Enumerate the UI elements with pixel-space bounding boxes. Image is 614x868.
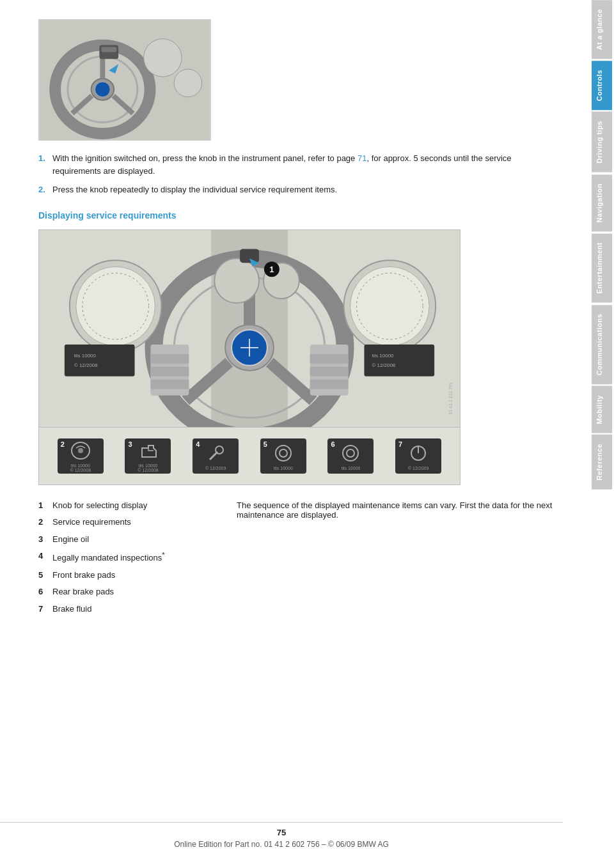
item-num-1: 1 — [38, 499, 52, 512]
right-description: The sequence of the displayed maintenanc… — [237, 499, 556, 620]
step-1-text: With the ignition switched on, press the… — [52, 152, 556, 177]
svg-point-8 — [144, 39, 182, 77]
sidebar-tab-driving-tips[interactable]: Driving tips — [592, 112, 612, 173]
svg-rect-38 — [150, 366, 189, 376]
sidebar-tab-communications[interactable]: Communications — [592, 305, 612, 384]
svg-point-9 — [174, 69, 202, 97]
list-item-1: 1 Knob for selecting display — [38, 499, 217, 512]
list-item-6: 6 Rear brake pads — [38, 585, 217, 598]
svg-text:1: 1 — [269, 265, 274, 274]
main-content: 1. With the ignition switched on, press … — [0, 0, 588, 868]
item-num-5: 5 — [38, 569, 52, 582]
item-list: 1 Knob for selecting display 2 Service r… — [38, 499, 217, 616]
svg-text:© 12/2008: © 12/2008 — [372, 362, 395, 368]
item-num-4: 4 — [38, 550, 52, 564]
item-label-1: Knob for selecting display — [52, 499, 147, 512]
step-1-number: 1. — [38, 152, 52, 177]
items-strip: 2 tils 10000© 12/2008 3 tils 10000© 12/2… — [38, 428, 460, 485]
list-item-2: 2 Service requirements — [38, 516, 217, 529]
item-label-6: Rear brake pads — [52, 585, 114, 598]
svg-point-25 — [76, 267, 155, 346]
list-item-4: 4 Legally mandated inspections* — [38, 550, 217, 564]
page-number: 75 — [0, 828, 563, 837]
step-2: 2. Press the knob repeatedly to display … — [38, 183, 556, 196]
sidebar-tab-controls[interactable]: Controls — [592, 61, 612, 110]
item-num-6: 6 — [38, 585, 52, 598]
list-item-7: 7 Brake fluid — [38, 603, 217, 616]
svg-rect-42 — [310, 366, 349, 376]
sidebar-tab-mobility[interactable]: Mobility — [592, 386, 612, 433]
right-description-text: The sequence of the displayed maintenanc… — [237, 500, 556, 520]
svg-point-28 — [350, 267, 430, 346]
svg-point-53 — [216, 446, 223, 454]
step-2-text: Press the knob repeatedly to display the… — [52, 183, 556, 196]
strip-item-6: 6 tils 10000 — [327, 438, 374, 474]
svg-point-57 — [347, 449, 354, 457]
list-item-5: 5 Front brake pads — [38, 569, 217, 582]
item-num-3: 3 — [38, 533, 52, 546]
item-label-4: Legally mandated inspections* — [52, 550, 165, 564]
strip-item-4: 4 © 12/2009 — [193, 438, 239, 474]
page-footer: 75 Online Edition for Part no. 01 41 2 6… — [0, 822, 563, 849]
svg-point-55 — [279, 449, 287, 457]
strip-item-7: 7 © 12/2009 — [395, 438, 441, 474]
footer-text: Online Edition for Part no. 01 41 2 602 … — [174, 840, 389, 849]
svg-point-4 — [95, 82, 110, 97]
steps-list: 1. With the ignition switched on, press … — [38, 152, 556, 196]
svg-rect-39 — [150, 379, 189, 389]
top-steering-image — [38, 19, 211, 141]
step-1: 1. With the ignition switched on, press … — [38, 152, 556, 177]
sidebar-tab-navigation[interactable]: Navigation — [592, 174, 612, 231]
svg-rect-41 — [310, 353, 349, 363]
sidebar-tab-at-a-glance[interactable]: At a glance — [592, 0, 612, 59]
svg-text:tils   10000: tils 10000 — [74, 352, 97, 358]
svg-rect-32 — [240, 249, 259, 263]
dashboard-image: 1 tils 10000 © 12/2008 tils 10000 © 12/2… — [38, 229, 460, 428]
svg-rect-47 — [364, 344, 434, 376]
svg-point-56 — [343, 446, 358, 461]
strip-item-3: 3 tils 10000© 12/2008 — [125, 438, 171, 474]
item-label-5: Front brake pads — [52, 569, 115, 582]
step-2-number: 2. — [38, 183, 52, 196]
item-num-7: 7 — [38, 603, 52, 616]
sidebar-tab-entertainment[interactable]: Entertainment — [592, 233, 612, 302]
svg-point-54 — [276, 446, 291, 461]
item-label-3: Engine oil — [52, 533, 89, 546]
strip-item-5: 5 tils 10000 — [260, 438, 306, 474]
svg-point-52 — [78, 448, 83, 453]
sidebar-tab-reference[interactable]: Reference — [592, 435, 612, 490]
svg-rect-12 — [101, 47, 116, 52]
list-item-3: 3 Engine oil — [38, 533, 217, 546]
item-list-col: 1 Knob for selecting display 2 Service r… — [38, 499, 217, 620]
page-link-71[interactable]: 71 — [358, 153, 366, 163]
item-label-7: Brake fluid — [52, 603, 91, 616]
svg-rect-37 — [150, 353, 189, 363]
item-label-2: Service requirements — [52, 516, 131, 529]
sidebar: At a glance Controls Driving tips Naviga… — [590, 0, 614, 868]
svg-rect-44 — [65, 344, 135, 376]
svg-rect-43 — [310, 379, 349, 389]
two-col-section: 1 Knob for selecting display 2 Service r… — [38, 499, 556, 620]
section-heading: Displaying service requirements — [38, 210, 556, 221]
svg-text:01 41 2 222 791: 01 41 2 222 791 — [448, 382, 453, 415]
strip-item-2: 2 tils 10000© 12/2008 — [58, 438, 104, 474]
svg-text:tils   10000: tils 10000 — [372, 352, 394, 358]
svg-text:© 12/2008: © 12/2008 — [74, 362, 98, 368]
item-num-2: 2 — [38, 516, 52, 529]
